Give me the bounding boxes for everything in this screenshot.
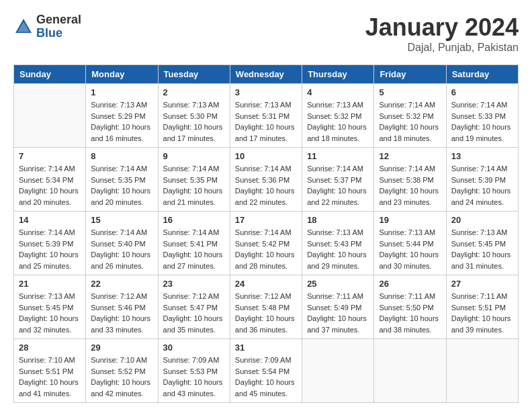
cell-info: Sunrise: 7:14 AMSunset: 5:37 PMDaylight:… <box>307 163 369 208</box>
calendar-cell: 16Sunrise: 7:14 AMSunset: 5:41 PMDayligh… <box>158 212 230 275</box>
calendar-cell <box>374 339 446 403</box>
cell-info: Sunrise: 7:14 AMSunset: 5:35 PMDaylight:… <box>163 163 225 208</box>
day-number: 13 <box>451 151 513 161</box>
cell-info: Sunrise: 7:13 AMSunset: 5:44 PMDaylight:… <box>379 227 441 271</box>
day-number: 14 <box>19 215 81 225</box>
day-number: 11 <box>307 151 369 161</box>
calendar-day-header: Sunday <box>14 65 86 84</box>
day-number: 30 <box>163 342 225 353</box>
calendar-header-row: SundayMondayTuesdayWednesdayThursdayFrid… <box>14 65 519 84</box>
day-number: 2 <box>163 87 225 97</box>
page-subtitle: Dajal, Punjab, Pakistan <box>365 42 519 54</box>
day-number: 5 <box>379 87 441 97</box>
calendar-cell: 14Sunrise: 7:14 AMSunset: 5:39 PMDayligh… <box>14 212 86 275</box>
day-number: 23 <box>163 279 225 289</box>
cell-info: Sunrise: 7:14 AMSunset: 5:36 PMDaylight:… <box>235 163 297 208</box>
calendar-week-row: 28Sunrise: 7:10 AMSunset: 5:51 PMDayligh… <box>14 339 519 403</box>
calendar-cell: 22Sunrise: 7:12 AMSunset: 5:46 PMDayligh… <box>86 275 158 339</box>
calendar-cell: 23Sunrise: 7:12 AMSunset: 5:47 PMDayligh… <box>158 275 230 339</box>
day-number: 29 <box>91 342 152 353</box>
day-number: 15 <box>91 215 152 225</box>
cell-info: Sunrise: 7:13 AMSunset: 5:32 PMDaylight:… <box>307 99 369 144</box>
cell-info: Sunrise: 7:14 AMSunset: 5:42 PMDaylight:… <box>235 227 297 271</box>
calendar-cell: 3Sunrise: 7:13 AMSunset: 5:31 PMDaylight… <box>230 84 302 148</box>
day-number: 31 <box>235 342 297 353</box>
calendar-cell: 7Sunrise: 7:14 AMSunset: 5:34 PMDaylight… <box>14 148 86 212</box>
title-block: January 2024 Dajal, Punjab, Pakistan <box>365 13 519 54</box>
day-number: 25 <box>307 279 369 289</box>
calendar-cell: 15Sunrise: 7:14 AMSunset: 5:40 PMDayligh… <box>86 212 158 275</box>
day-number: 24 <box>235 279 297 289</box>
calendar-day-header: Friday <box>374 65 446 84</box>
calendar-day-header: Thursday <box>302 65 374 84</box>
cell-info: Sunrise: 7:14 AMSunset: 5:34 PMDaylight:… <box>19 163 81 208</box>
calendar-cell: 28Sunrise: 7:10 AMSunset: 5:51 PMDayligh… <box>14 339 86 403</box>
day-number: 16 <box>163 215 225 225</box>
logo-blue-label: Blue <box>36 27 81 40</box>
calendar-cell: 26Sunrise: 7:11 AMSunset: 5:50 PMDayligh… <box>374 275 446 339</box>
calendar-day-header: Tuesday <box>158 65 230 84</box>
calendar-day-header: Monday <box>86 65 158 84</box>
calendar-cell: 6Sunrise: 7:14 AMSunset: 5:33 PMDaylight… <box>446 84 518 148</box>
day-number: 21 <box>19 279 81 289</box>
calendar-week-row: 14Sunrise: 7:14 AMSunset: 5:39 PMDayligh… <box>14 212 519 275</box>
cell-info: Sunrise: 7:10 AMSunset: 5:52 PMDaylight:… <box>91 355 152 399</box>
cell-info: Sunrise: 7:12 AMSunset: 5:47 PMDaylight:… <box>163 291 225 335</box>
calendar-cell: 29Sunrise: 7:10 AMSunset: 5:52 PMDayligh… <box>86 339 158 403</box>
cell-info: Sunrise: 7:13 AMSunset: 5:29 PMDaylight:… <box>91 99 152 144</box>
cell-info: Sunrise: 7:14 AMSunset: 5:35 PMDaylight:… <box>91 163 152 208</box>
calendar-cell: 9Sunrise: 7:14 AMSunset: 5:35 PMDaylight… <box>158 148 230 212</box>
calendar-cell: 21Sunrise: 7:13 AMSunset: 5:45 PMDayligh… <box>14 275 86 339</box>
calendar-cell: 19Sunrise: 7:13 AMSunset: 5:44 PMDayligh… <box>374 212 446 275</box>
day-number: 17 <box>235 215 297 225</box>
day-number: 10 <box>235 151 297 161</box>
calendar-week-row: 1Sunrise: 7:13 AMSunset: 5:29 PMDaylight… <box>14 84 519 148</box>
calendar-cell: 25Sunrise: 7:11 AMSunset: 5:49 PMDayligh… <box>302 275 374 339</box>
calendar-cell: 24Sunrise: 7:12 AMSunset: 5:48 PMDayligh… <box>230 275 302 339</box>
calendar-cell: 31Sunrise: 7:09 AMSunset: 5:54 PMDayligh… <box>230 339 302 403</box>
calendar-cell: 17Sunrise: 7:14 AMSunset: 5:42 PMDayligh… <box>230 212 302 275</box>
day-number: 3 <box>235 87 297 97</box>
day-number: 1 <box>91 87 152 97</box>
cell-info: Sunrise: 7:12 AMSunset: 5:48 PMDaylight:… <box>235 291 297 335</box>
logo-general-label: General <box>36 13 81 27</box>
cell-info: Sunrise: 7:13 AMSunset: 5:45 PMDaylight:… <box>451 227 513 271</box>
cell-info: Sunrise: 7:11 AMSunset: 5:49 PMDaylight:… <box>307 291 369 335</box>
day-number: 12 <box>379 151 441 161</box>
day-number: 4 <box>307 87 369 97</box>
calendar-cell <box>302 339 374 403</box>
calendar-cell <box>446 339 518 403</box>
calendar-cell: 27Sunrise: 7:11 AMSunset: 5:51 PMDayligh… <box>446 275 518 339</box>
cell-info: Sunrise: 7:10 AMSunset: 5:51 PMDaylight:… <box>19 355 81 399</box>
logo-icon <box>13 17 34 37</box>
calendar-week-row: 7Sunrise: 7:14 AMSunset: 5:34 PMDaylight… <box>14 148 519 212</box>
cell-info: Sunrise: 7:13 AMSunset: 5:45 PMDaylight:… <box>19 291 81 335</box>
cell-info: Sunrise: 7:13 AMSunset: 5:31 PMDaylight:… <box>235 99 297 144</box>
day-number: 7 <box>19 151 81 161</box>
day-number: 20 <box>451 215 513 225</box>
day-number: 8 <box>91 151 152 161</box>
calendar-cell: 13Sunrise: 7:14 AMSunset: 5:39 PMDayligh… <box>446 148 518 212</box>
logo: General Blue <box>13 13 81 40</box>
calendar-week-row: 21Sunrise: 7:13 AMSunset: 5:45 PMDayligh… <box>14 275 519 339</box>
calendar-cell: 4Sunrise: 7:13 AMSunset: 5:32 PMDaylight… <box>302 84 374 148</box>
cell-info: Sunrise: 7:14 AMSunset: 5:40 PMDaylight:… <box>91 227 152 271</box>
cell-info: Sunrise: 7:11 AMSunset: 5:50 PMDaylight:… <box>379 291 441 335</box>
calendar-cell: 30Sunrise: 7:09 AMSunset: 5:53 PMDayligh… <box>158 339 230 403</box>
calendar-table: SundayMondayTuesdayWednesdayThursdayFrid… <box>13 64 519 403</box>
day-number: 6 <box>451 87 513 97</box>
calendar-cell: 18Sunrise: 7:13 AMSunset: 5:43 PMDayligh… <box>302 212 374 275</box>
calendar-day-header: Saturday <box>446 65 518 84</box>
calendar-cell <box>14 84 86 148</box>
cell-info: Sunrise: 7:09 AMSunset: 5:54 PMDaylight:… <box>235 355 297 399</box>
day-number: 27 <box>451 279 513 289</box>
page-title: January 2024 <box>365 13 519 42</box>
day-number: 26 <box>379 279 441 289</box>
cell-info: Sunrise: 7:14 AMSunset: 5:33 PMDaylight:… <box>451 99 513 144</box>
cell-info: Sunrise: 7:14 AMSunset: 5:39 PMDaylight:… <box>19 227 81 271</box>
day-number: 28 <box>19 342 81 353</box>
calendar-day-header: Wednesday <box>230 65 302 84</box>
cell-info: Sunrise: 7:11 AMSunset: 5:51 PMDaylight:… <box>451 291 513 335</box>
cell-info: Sunrise: 7:14 AMSunset: 5:32 PMDaylight:… <box>379 99 441 144</box>
calendar-cell: 5Sunrise: 7:14 AMSunset: 5:32 PMDaylight… <box>374 84 446 148</box>
